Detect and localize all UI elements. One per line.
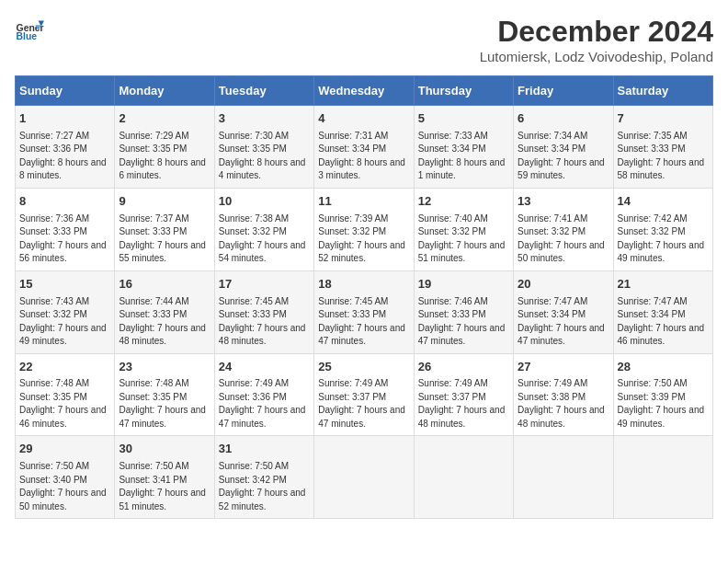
- sunset-time: Sunset: 3:37 PM: [318, 392, 386, 402]
- title-area: December 2024 Lutomiersk, Lodz Voivodesh…: [480, 15, 713, 64]
- calendar-cell: 5Sunrise: 7:33 AMSunset: 3:34 PMDaylight…: [414, 106, 513, 189]
- sunrise-time: Sunrise: 7:49 AM: [219, 378, 289, 388]
- sunset-time: Sunset: 3:32 PM: [219, 226, 287, 236]
- day-number: 24: [219, 359, 310, 376]
- calendar-cell: [613, 436, 712, 519]
- sunset-time: Sunset: 3:33 PM: [418, 309, 486, 319]
- day-number: 28: [618, 359, 709, 376]
- col-header-monday: Monday: [115, 76, 214, 106]
- day-number: 29: [19, 441, 110, 458]
- calendar-cell: 14Sunrise: 7:42 AMSunset: 3:32 PMDayligh…: [613, 188, 712, 270]
- calendar-cell: 17Sunrise: 7:45 AMSunset: 3:33 PMDayligh…: [214, 270, 313, 353]
- calendar-cell: 8Sunrise: 7:36 AMSunset: 3:33 PMDaylight…: [16, 188, 115, 270]
- logo-icon: General Blue: [15, 15, 44, 44]
- sunset-time: Sunset: 3:32 PM: [19, 309, 87, 319]
- sunset-time: Sunset: 3:41 PM: [119, 475, 187, 485]
- svg-text:Blue: Blue: [17, 31, 38, 41]
- daylight-hours: Daylight: 7 hours and 47 minutes.: [518, 323, 605, 347]
- daylight-hours: Daylight: 7 hours and 50 minutes.: [19, 488, 107, 511]
- col-header-wednesday: Wednesday: [314, 76, 414, 106]
- daylight-hours: Daylight: 7 hours and 48 minutes.: [418, 405, 506, 429]
- calendar-cell: 18Sunrise: 7:45 AMSunset: 3:33 PMDayligh…: [314, 270, 414, 353]
- daylight-hours: Daylight: 7 hours and 54 minutes.: [219, 240, 306, 264]
- sunrise-time: Sunrise: 7:31 AM: [318, 131, 388, 141]
- header-row: SundayMondayTuesdayWednesdayThursdayFrid…: [16, 76, 713, 106]
- day-number: 5: [418, 110, 509, 128]
- sunrise-time: Sunrise: 7:50 AM: [219, 461, 289, 471]
- calendar-cell: 28Sunrise: 7:50 AMSunset: 3:39 PMDayligh…: [613, 353, 712, 436]
- day-number: 20: [518, 276, 609, 293]
- sunrise-time: Sunrise: 7:34 AM: [518, 131, 587, 141]
- calendar-cell: 30Sunrise: 7:50 AMSunset: 3:41 PMDayligh…: [115, 436, 214, 519]
- sunrise-time: Sunrise: 7:30 AM: [219, 131, 289, 141]
- sunset-time: Sunset: 3:34 PM: [518, 144, 586, 154]
- day-number: 1: [19, 110, 110, 128]
- day-number: 18: [318, 276, 409, 293]
- daylight-hours: Daylight: 7 hours and 46 minutes.: [19, 405, 107, 429]
- sunrise-time: Sunrise: 7:46 AM: [418, 296, 488, 306]
- day-number: 21: [618, 276, 709, 293]
- day-number: 23: [119, 359, 210, 376]
- day-number: 6: [518, 110, 609, 128]
- daylight-hours: Daylight: 8 hours and 3 minutes.: [318, 157, 405, 181]
- sunrise-time: Sunrise: 7:29 AM: [119, 131, 188, 141]
- sunrise-time: Sunrise: 7:36 AM: [19, 213, 89, 224]
- sunrise-time: Sunrise: 7:49 AM: [318, 378, 388, 388]
- sunrise-time: Sunrise: 7:41 AM: [518, 213, 587, 224]
- calendar-cell: 2Sunrise: 7:29 AMSunset: 3:35 PMDaylight…: [115, 106, 214, 189]
- sunset-time: Sunset: 3:33 PM: [219, 309, 287, 319]
- daylight-hours: Daylight: 7 hours and 49 minutes.: [618, 405, 705, 429]
- sunset-time: Sunset: 3:34 PM: [518, 309, 586, 319]
- daylight-hours: Daylight: 7 hours and 59 minutes.: [518, 157, 605, 181]
- calendar-cell: 9Sunrise: 7:37 AMSunset: 3:33 PMDaylight…: [115, 188, 214, 270]
- sunset-time: Sunset: 3:35 PM: [19, 392, 87, 402]
- daylight-hours: Daylight: 7 hours and 49 minutes.: [618, 240, 705, 264]
- day-number: 11: [318, 193, 409, 211]
- day-number: 17: [219, 276, 310, 293]
- sunrise-time: Sunrise: 7:42 AM: [618, 213, 688, 224]
- day-number: 3: [219, 110, 310, 128]
- calendar-cell: 24Sunrise: 7:49 AMSunset: 3:36 PMDayligh…: [214, 353, 313, 436]
- sunset-time: Sunset: 3:35 PM: [119, 392, 187, 402]
- calendar-cell: [514, 436, 613, 519]
- daylight-hours: Daylight: 8 hours and 6 minutes.: [119, 157, 206, 181]
- page-header: General Blue December 2024 Lutomiersk, L…: [15, 15, 713, 64]
- daylight-hours: Daylight: 7 hours and 47 minutes.: [219, 405, 306, 429]
- week-row-2: 8Sunrise: 7:36 AMSunset: 3:33 PMDaylight…: [16, 188, 713, 270]
- sunrise-time: Sunrise: 7:49 AM: [518, 378, 587, 388]
- daylight-hours: Daylight: 7 hours and 50 minutes.: [518, 240, 605, 264]
- day-number: 15: [19, 276, 110, 293]
- calendar-cell: 11Sunrise: 7:39 AMSunset: 3:32 PMDayligh…: [314, 188, 414, 270]
- sunrise-time: Sunrise: 7:44 AM: [119, 296, 188, 306]
- daylight-hours: Daylight: 8 hours and 1 minute.: [418, 157, 506, 181]
- sunrise-time: Sunrise: 7:33 AM: [418, 131, 488, 141]
- sunrise-time: Sunrise: 7:50 AM: [119, 461, 188, 471]
- sunrise-time: Sunrise: 7:49 AM: [418, 378, 488, 388]
- sunset-time: Sunset: 3:34 PM: [418, 144, 486, 154]
- sunrise-time: Sunrise: 7:45 AM: [318, 296, 388, 306]
- sunrise-time: Sunrise: 7:37 AM: [119, 213, 188, 224]
- day-number: 7: [618, 110, 709, 128]
- sunrise-time: Sunrise: 7:50 AM: [618, 378, 688, 388]
- daylight-hours: Daylight: 7 hours and 52 minutes.: [318, 240, 405, 264]
- daylight-hours: Daylight: 7 hours and 51 minutes.: [119, 488, 206, 511]
- sunset-time: Sunset: 3:33 PM: [119, 309, 187, 319]
- calendar-cell: 20Sunrise: 7:47 AMSunset: 3:34 PMDayligh…: [514, 270, 613, 353]
- calendar-cell: 22Sunrise: 7:48 AMSunset: 3:35 PMDayligh…: [16, 353, 115, 436]
- sunset-time: Sunset: 3:40 PM: [19, 475, 87, 485]
- sunrise-time: Sunrise: 7:40 AM: [418, 213, 488, 224]
- sunrise-time: Sunrise: 7:45 AM: [219, 296, 289, 306]
- calendar-cell: 21Sunrise: 7:47 AMSunset: 3:34 PMDayligh…: [613, 270, 712, 353]
- calendar-cell: 13Sunrise: 7:41 AMSunset: 3:32 PMDayligh…: [514, 188, 613, 270]
- sunrise-time: Sunrise: 7:48 AM: [119, 378, 188, 388]
- sunrise-time: Sunrise: 7:47 AM: [618, 296, 688, 306]
- sunrise-time: Sunrise: 7:39 AM: [318, 213, 388, 224]
- day-number: 27: [518, 359, 609, 376]
- calendar-cell: 27Sunrise: 7:49 AMSunset: 3:38 PMDayligh…: [514, 353, 613, 436]
- sunset-time: Sunset: 3:36 PM: [219, 392, 287, 402]
- day-number: 9: [119, 193, 210, 211]
- sunset-time: Sunset: 3:35 PM: [219, 144, 287, 154]
- week-row-3: 15Sunrise: 7:43 AMSunset: 3:32 PMDayligh…: [16, 270, 713, 353]
- daylight-hours: Daylight: 7 hours and 48 minutes.: [219, 323, 306, 347]
- day-number: 19: [418, 276, 509, 293]
